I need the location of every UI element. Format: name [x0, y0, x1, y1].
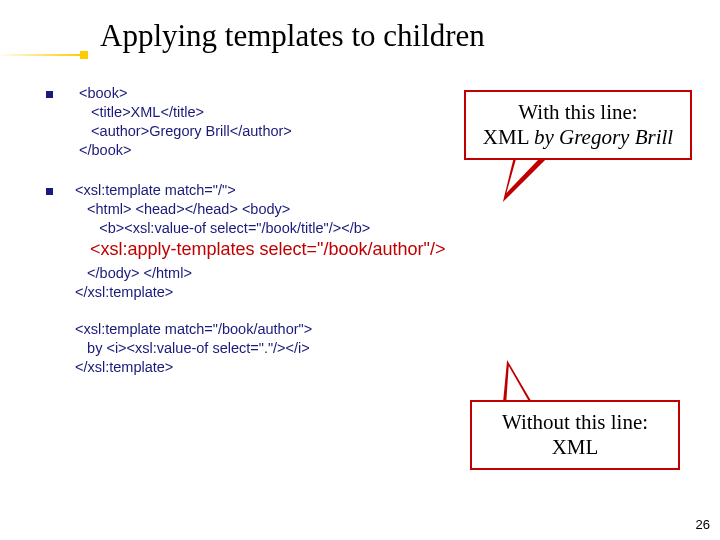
callout-2-line1: Without this line:	[478, 410, 672, 435]
title-area: Applying templates to children	[0, 0, 720, 60]
callout-1-xml: XML	[483, 125, 534, 149]
slide-title: Applying templates to children	[100, 18, 720, 54]
xsl-template-top: <xsl:template match="/"> <html> <head></…	[75, 181, 370, 238]
page-number: 26	[696, 517, 710, 532]
title-accent-dot	[80, 51, 88, 59]
bullet-icon	[46, 91, 53, 98]
apply-templates-line: <xsl:apply-templates select="/book/autho…	[75, 238, 700, 262]
callout-2-line2: XML	[478, 435, 672, 460]
xsl-template-close: </body> </html> </xsl:template>	[75, 264, 700, 302]
callout-1-line2: XML by Gregory Brill	[472, 125, 684, 150]
book-xml-code: <book> <title>XML</title> <author>Gregor…	[75, 84, 292, 161]
callout-without-line: Without this line: XML	[470, 400, 680, 470]
bullet-2: <xsl:template match="/"> <html> <head></…	[46, 181, 700, 238]
author-template-code: <xsl:template match="/book/author"> by <…	[75, 320, 700, 377]
callout-1-author: by Gregory Brill	[534, 125, 673, 149]
bullet-icon	[46, 188, 53, 195]
callout-with-line: With this line: XML by Gregory Brill	[464, 90, 692, 160]
title-accent-bar	[0, 54, 82, 56]
callout-1-line1: With this line:	[472, 100, 684, 125]
